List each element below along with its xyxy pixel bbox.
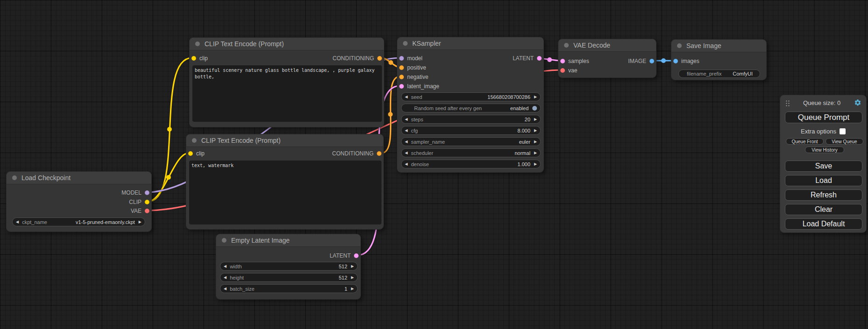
seed-widget[interactable]: ◀ seed 156680208700286 ▶ [401, 92, 541, 101]
output-port-conditioning[interactable]: CONDITIONING [332, 149, 381, 158]
clip-port-dot[interactable] [191, 56, 196, 61]
decrement-arrow-icon[interactable]: ◀ [405, 95, 408, 99]
node-vae-decode[interactable]: VAE Decode samples vae IMAGE [558, 39, 656, 78]
node-title-bar[interactable]: VAE Decode [558, 39, 656, 52]
decrement-arrow-icon[interactable]: ◀ [405, 140, 408, 144]
clip-port-dot[interactable] [145, 200, 149, 204]
decrement-arrow-icon[interactable]: ◀ [224, 276, 226, 280]
latent-port-dot[interactable] [354, 253, 359, 258]
clip-port-dot[interactable] [188, 151, 193, 156]
collapse-dot-icon[interactable] [564, 43, 569, 48]
conditioning-port-dot[interactable] [399, 65, 404, 70]
clear-button[interactable]: Clear [785, 204, 862, 215]
output-port-latent[interactable]: LATENT [513, 54, 542, 63]
decrement-arrow-icon[interactable]: ◀ [405, 118, 408, 121]
input-port-clip[interactable]: clip [191, 54, 208, 63]
decrement-arrow-icon[interactable]: ◀ [405, 129, 408, 133]
increment-arrow-icon[interactable]: ▶ [534, 151, 537, 155]
input-port-negative[interactable]: negative [399, 72, 428, 82]
input-port-images[interactable]: images [673, 56, 699, 66]
input-port-vae[interactable]: vae [560, 66, 577, 75]
model-port-dot[interactable] [399, 56, 404, 61]
input-port-latent-image[interactable]: latent_image [399, 82, 439, 91]
decrement-arrow-icon[interactable]: ◀ [224, 265, 226, 268]
scheduler-widget[interactable]: ◀ scheduler normal ▶ [401, 148, 541, 157]
sampler-name-widget[interactable]: ◀ sampler_name euler ▶ [401, 137, 541, 146]
drag-handle-icon[interactable] [785, 99, 790, 106]
increment-arrow-icon[interactable]: ▶ [139, 220, 141, 224]
vae-port-dot[interactable] [145, 209, 149, 213]
cfg-widget[interactable]: ◀ cfg 8.000 ▶ [401, 126, 541, 135]
conditioning-port-dot[interactable] [377, 151, 381, 156]
increment-arrow-icon[interactable]: ▶ [351, 276, 354, 280]
latent-port-dot[interactable] [537, 56, 542, 61]
height-widget[interactable]: ◀ height 512 ▶ [220, 273, 358, 282]
output-port-conditioning[interactable]: CONDITIONING [332, 54, 382, 63]
increment-arrow-icon[interactable]: ▶ [534, 118, 537, 121]
collapse-dot-icon[interactable] [192, 138, 197, 143]
increment-arrow-icon[interactable]: ▶ [534, 129, 537, 133]
extra-options-checkbox[interactable] [840, 128, 846, 134]
settings-gear-icon[interactable] [854, 99, 861, 106]
collapse-dot-icon[interactable] [403, 41, 408, 46]
node-title-bar[interactable]: Empty Latent Image [216, 234, 360, 247]
load-default-button[interactable]: Load Default [785, 218, 862, 230]
node-title-bar[interactable]: CLIP Text Encode (Prompt) [190, 38, 384, 50]
refresh-button[interactable]: Refresh [785, 189, 862, 201]
node-title-bar[interactable]: KSampler [397, 37, 543, 50]
increment-arrow-icon[interactable]: ▶ [351, 287, 354, 291]
increment-arrow-icon[interactable]: ▶ [534, 162, 537, 166]
output-port-model[interactable]: MODEL [121, 188, 149, 197]
output-port-clip[interactable]: CLIP [129, 197, 149, 207]
output-port-vae[interactable]: VAE [131, 206, 149, 216]
node-save-image[interactable]: Save Image images filename_prefix ComfyU… [671, 39, 767, 80]
decrement-arrow-icon[interactable]: ◀ [224, 287, 226, 291]
node-graph-canvas[interactable]: Load Checkpoint MODEL CLIP VAE ◀ ckpt_na… [0, 0, 868, 329]
positive-prompt-textarea[interactable]: beautiful scenery nature glass bottle la… [192, 65, 382, 122]
decrement-arrow-icon[interactable]: ◀ [16, 220, 19, 224]
ckpt-name-widget[interactable]: ◀ ckpt_name v1-5-pruned-emaonly.ckpt ▶ [12, 217, 145, 226]
random-seed-toggle[interactable]: Random seed after every gen enabled [401, 104, 541, 112]
collapse-dot-icon[interactable] [12, 175, 17, 180]
node-empty-latent-image[interactable]: Empty Latent Image LATENT ◀ width 512 ▶ … [216, 234, 361, 300]
collapse-dot-icon[interactable] [677, 43, 682, 48]
node-ksampler[interactable]: KSampler model positive negative latent_… [397, 37, 544, 173]
negative-prompt-textarea[interactable]: text, watermark [189, 161, 381, 224]
latent-port-dot[interactable] [560, 59, 565, 63]
vae-port-dot[interactable] [560, 68, 565, 73]
input-port-clip[interactable]: clip [188, 149, 205, 158]
increment-arrow-icon[interactable]: ▶ [534, 140, 537, 144]
collapse-dot-icon[interactable] [222, 238, 226, 243]
node-load-checkpoint[interactable]: Load Checkpoint MODEL CLIP VAE ◀ ckpt_na… [6, 171, 152, 232]
queue-prompt-button[interactable]: Queue Prompt [785, 112, 862, 123]
toggle-on-dot[interactable] [532, 106, 537, 111]
denoise-widget[interactable]: ◀ denoise 1.000 ▶ [401, 160, 541, 168]
output-port-latent[interactable]: LATENT [330, 251, 359, 260]
decrement-arrow-icon[interactable]: ◀ [405, 162, 408, 166]
node-title-bar[interactable]: Save Image [671, 40, 766, 52]
output-port-image[interactable]: IMAGE [628, 56, 654, 66]
model-port-dot[interactable] [145, 190, 149, 195]
node-title-bar[interactable]: Load Checkpoint [7, 172, 151, 184]
save-button[interactable]: Save [785, 161, 862, 172]
steps-widget[interactable]: ◀ steps 20 ▶ [401, 115, 541, 124]
latent-port-dot[interactable] [399, 84, 404, 89]
image-port-dot[interactable] [673, 59, 678, 63]
increment-arrow-icon[interactable]: ▶ [534, 95, 537, 99]
input-port-positive[interactable]: positive [399, 63, 426, 72]
view-history-button[interactable]: View History [805, 147, 844, 153]
queue-front-button[interactable]: Queue Front [786, 138, 824, 145]
batch-size-widget[interactable]: ◀ batch_size 1 ▶ [220, 284, 358, 293]
input-port-model[interactable]: model [399, 54, 423, 63]
load-button[interactable]: Load [785, 175, 862, 186]
input-port-samples[interactable]: samples [560, 56, 589, 66]
node-title-bar[interactable]: CLIP Text Encode (Prompt) [186, 134, 383, 147]
width-widget[interactable]: ◀ width 512 ▶ [220, 262, 358, 271]
conditioning-port-dot[interactable] [377, 56, 382, 61]
filename-prefix-widget[interactable]: filename_prefix ComfyUI [678, 70, 760, 78]
increment-arrow-icon[interactable]: ▶ [351, 265, 354, 268]
image-port-dot[interactable] [649, 59, 654, 63]
view-queue-button[interactable]: View Queue [826, 138, 863, 145]
node-clip-text-encode-positive[interactable]: CLIP Text Encode (Prompt) clip CONDITION… [189, 37, 384, 127]
conditioning-port-dot[interactable] [399, 75, 404, 79]
